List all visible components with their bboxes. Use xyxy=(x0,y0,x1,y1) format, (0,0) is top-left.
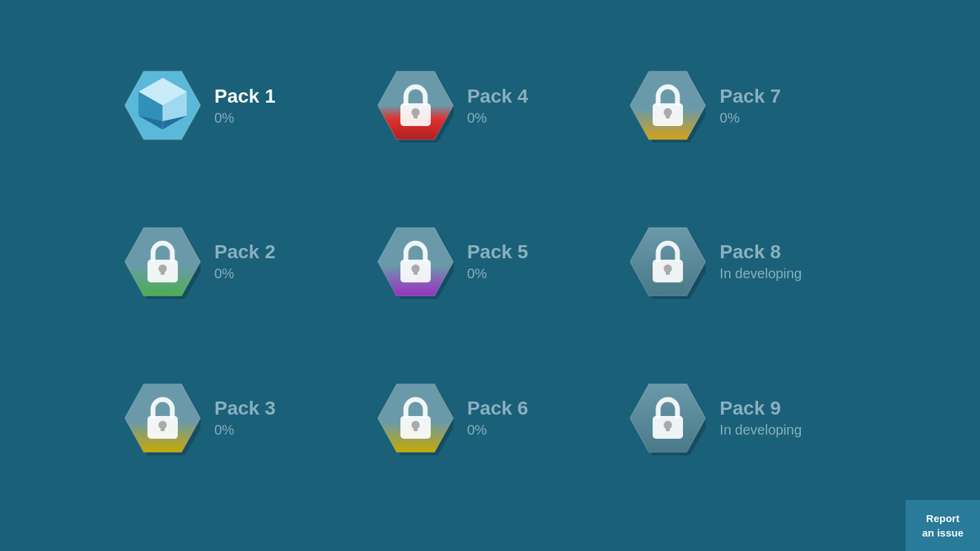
pack7-hex xyxy=(630,67,706,143)
pack5-info: Pack 50% xyxy=(467,241,529,282)
pack-item-pack8[interactable]: Pack 8In developing xyxy=(616,184,869,340)
pack-item-pack4[interactable]: Pack 40% xyxy=(364,28,617,184)
pack2-hex xyxy=(125,224,201,300)
pack-item-pack9[interactable]: Pack 9In developing xyxy=(616,340,869,496)
svg-rect-48 xyxy=(161,425,165,431)
pack6-hex xyxy=(378,380,453,456)
pack9-name: Pack 9 xyxy=(719,397,802,419)
pack9-info: Pack 9In developing xyxy=(719,397,802,438)
pack3-hex xyxy=(125,380,201,456)
pack5-hex xyxy=(378,224,453,300)
pack8-hex xyxy=(630,224,706,300)
pack6-name: Pack 6 xyxy=(467,397,529,419)
pack3-status: 0% xyxy=(214,422,276,438)
pack4-info: Pack 40% xyxy=(467,85,529,126)
svg-rect-27 xyxy=(161,269,165,275)
pack9-status: In developing xyxy=(719,422,802,438)
pack4-name: Pack 4 xyxy=(467,85,529,107)
pack1-name: Pack 1 xyxy=(214,85,276,107)
pack8-status: In developing xyxy=(719,266,802,282)
pack3-info: Pack 30% xyxy=(214,397,276,438)
pack1-info: Pack 10% xyxy=(214,85,276,126)
pack-item-pack7[interactable]: Pack 70% xyxy=(616,28,869,184)
pack8-name: Pack 8 xyxy=(719,241,802,263)
pack2-name: Pack 2 xyxy=(214,241,276,263)
pack3-name: Pack 3 xyxy=(214,397,276,419)
svg-rect-41 xyxy=(666,269,670,275)
svg-rect-20 xyxy=(666,112,670,118)
svg-rect-55 xyxy=(414,425,418,431)
pack6-status: 0% xyxy=(467,422,529,438)
svg-rect-13 xyxy=(414,112,418,118)
pack6-info: Pack 60% xyxy=(467,397,529,438)
svg-rect-34 xyxy=(414,269,418,275)
pack-item-pack2[interactable]: Pack 20% xyxy=(111,184,364,340)
pack2-status: 0% xyxy=(214,266,276,282)
pack7-info: Pack 70% xyxy=(719,85,781,126)
pack5-status: 0% xyxy=(467,266,529,282)
pack-item-pack1[interactable]: Pack 10% xyxy=(111,28,364,184)
pack7-status: 0% xyxy=(719,110,781,126)
pack9-hex xyxy=(630,380,706,456)
pack7-name: Pack 7 xyxy=(719,85,781,107)
pack5-name: Pack 5 xyxy=(467,241,529,263)
pack-item-pack5[interactable]: Pack 50% xyxy=(364,184,617,340)
pack1-status: 0% xyxy=(214,110,276,126)
pack4-hex xyxy=(378,67,453,143)
report-issue-button[interactable]: Report an issue xyxy=(906,500,980,551)
pack1-hex xyxy=(125,67,201,143)
pack-item-pack6[interactable]: Pack 60% xyxy=(364,340,617,496)
report-line2: an issue xyxy=(922,527,963,539)
pack2-info: Pack 20% xyxy=(214,241,276,282)
pack-item-pack3[interactable]: Pack 30% xyxy=(111,340,364,496)
svg-rect-62 xyxy=(666,425,670,431)
report-line1: Report xyxy=(926,512,959,524)
pack8-info: Pack 8In developing xyxy=(719,241,802,282)
pack4-status: 0% xyxy=(467,110,529,126)
packs-grid: Pack 10% xyxy=(111,28,869,496)
